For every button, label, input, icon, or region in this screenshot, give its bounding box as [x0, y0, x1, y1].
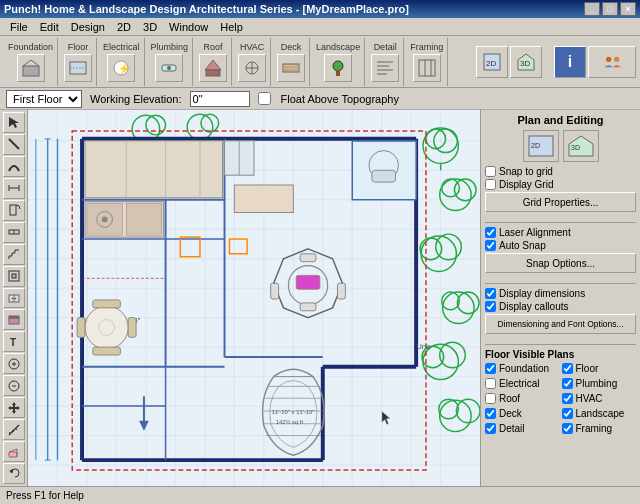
auto-snap-checkbox[interactable]: [485, 240, 496, 251]
svg-rect-52: [9, 318, 19, 324]
toolbar-roof: Roof: [195, 38, 232, 86]
svg-rect-165: [234, 185, 293, 213]
people-icon[interactable]: [588, 46, 636, 78]
view-2d-icon[interactable]: 2D: [476, 46, 508, 78]
toolbar-floor-label: Floor: [68, 42, 89, 52]
svg-line-33: [9, 139, 19, 149]
electrical-tool[interactable]: ⚡: [107, 54, 135, 82]
roof-tool[interactable]: [199, 54, 227, 82]
snap-to-grid-checkbox[interactable]: [485, 166, 496, 177]
cb-foundation[interactable]: [485, 363, 496, 374]
svg-rect-153: [338, 283, 346, 299]
framing-tool[interactable]: [413, 54, 441, 82]
pan-tool[interactable]: [3, 397, 25, 418]
cb-deck[interactable]: [485, 408, 496, 419]
display-callouts-checkbox[interactable]: [485, 301, 496, 312]
svg-rect-143: [93, 347, 121, 355]
deck-tool[interactable]: [277, 54, 305, 82]
divider-3: [485, 344, 636, 345]
cb-roof[interactable]: [485, 393, 496, 404]
dim-font-options-button[interactable]: Dimensioning and Font Options...: [485, 314, 636, 334]
display-dimensions-checkbox[interactable]: [485, 288, 496, 299]
room-tool[interactable]: [3, 266, 25, 287]
toolbar-detail-label: Detail: [374, 42, 397, 52]
window-controls[interactable]: _ □ ×: [584, 2, 636, 16]
svg-point-17: [333, 61, 343, 71]
toolbar-hvac-label: HVAC: [240, 42, 264, 52]
stair-tool[interactable]: [3, 244, 25, 265]
hvac-tool[interactable]: [238, 54, 266, 82]
cb-detail[interactable]: [485, 423, 496, 434]
label-framing: Framing: [576, 423, 613, 434]
label-plumbing: Plumbing: [576, 378, 618, 389]
menu-design[interactable]: Design: [65, 20, 111, 34]
menu-3d[interactable]: 3D: [137, 20, 163, 34]
cb-framing[interactable]: [562, 423, 573, 434]
snap-options-button[interactable]: Snap Options...: [485, 253, 636, 273]
furniture-tool[interactable]: [3, 309, 25, 330]
menu-edit[interactable]: Edit: [34, 20, 65, 34]
zoom-in-tool[interactable]: [3, 353, 25, 374]
svg-line-2: [31, 60, 39, 66]
detail-tool[interactable]: [371, 54, 399, 82]
label-electrical: Electrical: [499, 378, 540, 389]
svg-point-30: [606, 56, 611, 61]
foundation-tool[interactable]: [17, 54, 45, 82]
cb-landscape[interactable]: [562, 408, 573, 419]
grid-properties-button[interactable]: Grid Properties...: [485, 192, 636, 212]
info-icon[interactable]: i: [554, 46, 586, 78]
svg-rect-158: [126, 204, 161, 235]
zoom-out-tool[interactable]: [3, 375, 25, 396]
canvas-area[interactable]: 11'-3.5" x 9'-4.75" 106 sq ft: [28, 110, 480, 486]
undo-tool[interactable]: [3, 463, 25, 484]
cb-floor[interactable]: [562, 363, 573, 374]
working-elevation-input[interactable]: [190, 91, 250, 107]
svg-rect-144: [77, 318, 85, 338]
draw-arc-tool[interactable]: [3, 156, 25, 177]
divider-1: [485, 222, 636, 223]
plumbing-tool[interactable]: [155, 54, 183, 82]
view-3d-icon[interactable]: 3D: [510, 46, 542, 78]
float-topography-checkbox[interactable]: [258, 92, 271, 105]
landscape-tool[interactable]: [324, 54, 352, 82]
cabinet-tool[interactable]: [3, 288, 25, 309]
panel-view-icons: 2D 3D: [485, 130, 636, 162]
window-tool[interactable]: [3, 222, 25, 243]
toolbar-deck: Deck: [273, 38, 310, 86]
menu-2d[interactable]: 2D: [111, 20, 137, 34]
minimize-button[interactable]: _: [584, 2, 600, 16]
close-button[interactable]: ×: [620, 2, 636, 16]
display-grid-checkbox[interactable]: [485, 179, 496, 190]
door-tool[interactable]: [3, 200, 25, 221]
text-tool[interactable]: T: [3, 331, 25, 352]
svg-rect-150: [300, 254, 316, 262]
main-toolbar: Foundation Floor Electrical ⚡ Plumbing: [0, 36, 640, 88]
svg-rect-145: [128, 318, 136, 338]
floor-select[interactable]: First Floor: [6, 90, 82, 108]
cb-plumbing[interactable]: [562, 378, 573, 389]
toolbar-landscape: Landscape: [312, 38, 365, 86]
eraser-tool[interactable]: [3, 441, 25, 462]
laser-alignment-checkbox[interactable]: [485, 227, 496, 238]
measure-tool[interactable]: [3, 419, 25, 440]
floor-tool[interactable]: [64, 54, 92, 82]
svg-rect-10: [206, 70, 220, 76]
toolbar-landscape-label: Landscape: [316, 42, 360, 52]
cb-hvac[interactable]: [562, 393, 573, 404]
label-roof: Roof: [499, 393, 520, 404]
dimension-tool[interactable]: [3, 178, 25, 199]
toolbar-floor: Floor: [60, 38, 97, 86]
view-icon-2[interactable]: 3D: [563, 130, 599, 162]
view-icon-1[interactable]: 2D: [523, 130, 559, 162]
toolbar-roof-label: Roof: [204, 42, 223, 52]
menu-help[interactable]: Help: [214, 20, 249, 34]
label-landscape: Landscape: [576, 408, 625, 419]
menu-window[interactable]: Window: [163, 20, 214, 34]
draw-wall-tool[interactable]: [3, 134, 25, 155]
menu-file[interactable]: File: [4, 20, 34, 34]
svg-rect-151: [300, 303, 316, 311]
maximize-button[interactable]: □: [602, 2, 618, 16]
cb-electrical[interactable]: [485, 378, 496, 389]
select-tool[interactable]: [3, 112, 25, 133]
display-grid-label: Display Grid: [499, 179, 553, 190]
